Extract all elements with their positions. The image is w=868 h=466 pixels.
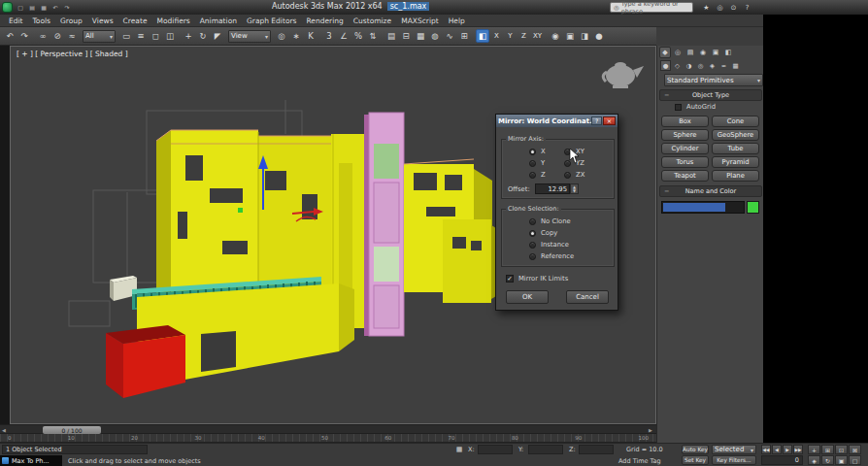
application-menu-button[interactable] [2,2,13,13]
viewport-layout-icon[interactable]: ▢ [849,455,861,465]
communication-center-icon[interactable]: ◎ [715,2,725,13]
current-frame-input[interactable]: 0 [761,455,803,465]
menu-create[interactable]: Create [118,17,152,25]
spinner-snap-icon[interactable]: ⇅ [366,29,380,43]
tube-button[interactable]: Tube [712,143,759,154]
mirror-ik-limits-checkbox[interactable]: ✓ [506,275,514,283]
tab-motion[interactable]: ◉ [697,47,709,58]
radio-copy-label[interactable]: Copy [541,229,557,237]
object-name-input[interactable] [661,201,745,214]
axis-constraint-y-button[interactable]: Y [504,30,517,43]
z-coordinate-input[interactable] [579,445,614,454]
torus-button[interactable]: Torus [661,156,709,168]
select-and-link-icon[interactable]: ∞ [36,29,50,43]
radio-axis-zx-label[interactable]: ZX [576,171,584,179]
zoom-icon[interactable]: + [808,445,820,454]
pyramid-button[interactable]: Pyramid [712,156,759,168]
radio-axis-zx[interactable] [564,172,571,179]
zoom-region-icon[interactable]: ⊠ [849,445,861,454]
infocenter-search-input[interactable]: ◎ Type a keyword or phrase [610,2,693,13]
category-shapes-icon[interactable]: ◇ [672,60,683,71]
tab-utilities[interactable]: ◧ [722,47,734,58]
track-bar[interactable]: 0 10 20 30 40 50 60 70 80 90 100 [0,434,656,443]
plane-button[interactable]: Plane [712,170,759,182]
curve-editor-icon[interactable]: ∿ [443,29,456,43]
axis-constraint-xy-button[interactable]: XY [531,30,544,43]
bind-to-spacewarp-icon[interactable]: ≈ [65,29,79,43]
ok-button[interactable]: OK [506,290,549,304]
transform-typein-toggle-icon[interactable]: ▦ [454,445,464,454]
category-helpers-icon[interactable]: ◈ [707,60,718,71]
undo-quick-icon[interactable]: ↶ [50,3,60,13]
graphite-ribbon-icon[interactable]: ◍ [428,29,442,43]
category-spacewarps-icon[interactable]: ≈ [718,60,729,71]
schematic-view-icon[interactable]: ⊞ [457,29,471,43]
object-color-swatch[interactable] [747,201,759,214]
go-to-start-icon[interactable]: ◀◀ [761,445,771,454]
menu-help[interactable]: Help [444,17,470,25]
radio-axis-x[interactable] [529,149,536,155]
frame-forward-icon[interactable]: ▶ [649,427,652,433]
y-coordinate-input[interactable] [528,445,563,454]
layer-manager-icon[interactable]: ▦ [414,29,427,43]
pan-icon[interactable]: ◈ [808,455,820,465]
select-and-rotate-icon[interactable]: ↻ [196,29,210,43]
save-file-icon[interactable]: ▦ [39,3,49,13]
radio-axis-z-label[interactable]: Z [541,171,546,179]
autogrid-checkbox[interactable] [675,104,682,111]
keyboard-override-icon[interactable]: K [304,29,317,43]
cylinder-button[interactable]: Cylinder [661,143,709,154]
add-time-tag[interactable]: Add Time Tag [618,457,661,465]
open-file-icon[interactable]: ▤ [27,3,37,13]
teapot-button[interactable]: Teapot [661,170,709,182]
menu-edit[interactable]: Edit [4,17,28,25]
category-lights-icon[interactable]: ◑ [684,60,694,71]
radio-axis-z[interactable] [529,172,536,179]
tab-create[interactable]: ◆ [659,47,671,58]
category-geometry-icon[interactable]: ● [660,60,671,71]
tab-display[interactable]: ▣ [710,47,721,58]
time-slider-button[interactable]: 0 / 100 [43,426,101,434]
radio-no-clone[interactable] [529,218,536,225]
menu-modifiers[interactable]: Modifiers [152,17,195,25]
window-crossing-icon[interactable]: ◫ [163,29,177,43]
select-by-name-icon[interactable]: ≡ [134,29,148,43]
angle-snap-icon[interactable]: ∠ [337,29,351,43]
menu-animation[interactable]: Animation [195,17,242,25]
viewcube-teapot-widget[interactable] [603,62,644,88]
new-scene-icon[interactable]: ▢ [16,3,25,13]
geosphere-button[interactable]: GeoSphere [712,129,759,141]
maximize-viewport-icon[interactable]: ▣ [835,455,848,465]
tab-hierarchy[interactable]: ▤ [684,47,696,58]
radio-no-clone-label[interactable]: No Clone [541,217,571,225]
radio-instance[interactable] [529,242,536,249]
name-color-rollout[interactable]: − Name and Color [659,185,762,197]
menu-views[interactable]: Views [87,17,118,25]
selection-filter-dropdown[interactable]: All▾ [83,30,116,43]
previous-frame-icon[interactable]: ◀ [772,445,782,454]
menu-group[interactable]: Group [55,17,87,25]
axis-constraint-z-button[interactable]: Z [517,30,530,43]
dialog-help-button[interactable]: ? [591,116,602,125]
snap-toggle-icon[interactable]: 3 [322,29,336,43]
menu-tools[interactable]: Tools [28,17,55,25]
radio-axis-y-label[interactable]: Y [541,159,545,167]
mirror-dialog-titlebar[interactable]: Mirror: World Coordinat... ? × [496,115,618,127]
zoom-all-icon[interactable]: ⊞ [821,445,834,454]
radio-copy[interactable] [529,230,536,237]
set-key-button[interactable]: Set Key [682,455,709,465]
object-type-rollout[interactable]: − Object Type [659,89,762,101]
redo-icon[interactable]: ↷ [17,29,31,43]
auto-key-button[interactable]: Auto Key [682,445,709,454]
mirror-icon[interactable]: ◧ [476,29,489,43]
sign-in-icon[interactable]: ⊙ [728,2,739,13]
play-icon[interactable]: ▶ [783,445,792,454]
offset-input[interactable]: 12.95 [535,183,570,194]
percent-snap-icon[interactable]: % [351,29,365,43]
category-systems-icon[interactable]: ▦ [730,60,741,71]
go-to-end-icon[interactable]: ▶▶ [793,445,803,454]
cone-button[interactable]: Cone [712,116,759,127]
favorites-icon[interactable]: ★ [701,2,712,13]
redo-quick-icon[interactable]: ↷ [62,3,72,13]
radio-reference-label[interactable]: Reference [541,252,574,260]
